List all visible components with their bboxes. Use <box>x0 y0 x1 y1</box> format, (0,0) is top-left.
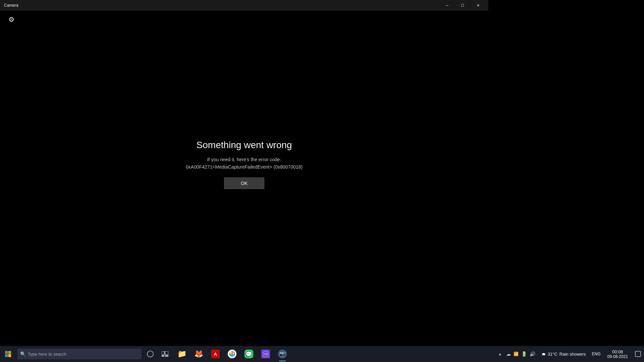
clock-date: 09-08-2021 <box>607 354 628 359</box>
volume-icon: 🔊 <box>530 351 535 357</box>
svg-rect-1 <box>8 351 11 354</box>
cortana-icon <box>147 351 154 357</box>
search-icon: 🔍 <box>20 351 26 357</box>
svg-rect-0 <box>5 351 8 354</box>
weather-widget[interactable]: 🌧 31°C Rain showers <box>538 346 589 362</box>
start-button[interactable] <box>0 346 16 362</box>
svg-rect-3 <box>8 354 11 357</box>
svg-rect-2 <box>5 354 8 357</box>
taskbar-app-visual-studio[interactable]: VS <box>258 346 274 362</box>
window-controls: ─ ☐ ✕ <box>439 0 486 11</box>
error-dialog: Something went wrong If you need it, her… <box>186 140 303 189</box>
taskbar-app-predator[interactable]: A <box>207 346 223 362</box>
svg-rect-8 <box>165 355 168 357</box>
minimize-button[interactable]: ─ <box>439 0 455 11</box>
task-view-button[interactable] <box>158 346 172 362</box>
error-code: 0xA00F4271<MediaCaptureFailedEvent> (0x8… <box>186 164 303 170</box>
search-placeholder: Type here to search <box>28 352 66 357</box>
taskbar-app-camera[interactable]: 📷 <box>274 346 290 362</box>
taskbar-app-file-explorer[interactable]: 📁 <box>174 346 190 362</box>
title-bar: Camera ─ ☐ ✕ <box>0 0 488 11</box>
svg-text:VS: VS <box>264 352 268 356</box>
maximize-button[interactable]: ☐ <box>455 0 470 11</box>
network-icon: 📶 <box>514 352 519 356</box>
whatsapp-icon: 💬 <box>245 350 253 358</box>
visual-studio-icon: VS <box>261 350 270 358</box>
tray-icons[interactable]: ☁ 📶 🔋 🔊 <box>503 351 538 357</box>
svg-rect-6 <box>165 351 168 355</box>
settings-button[interactable]: ⚙ <box>5 13 17 25</box>
windows-logo-icon <box>5 351 11 357</box>
close-button[interactable]: ✕ <box>470 0 486 11</box>
svg-rect-14 <box>635 351 641 357</box>
tray-overflow-button[interactable]: ▲ <box>497 346 503 362</box>
taskbar-apps: 📁 🦊 A 💬 <box>174 346 290 362</box>
window-title: Camera <box>4 3 18 8</box>
language-indicator[interactable]: ENG <box>589 352 603 356</box>
weather-desc: Rain showers <box>559 352 586 357</box>
camera-app-icon: 📷 <box>278 350 287 358</box>
cortana-button[interactable] <box>143 346 158 362</box>
svg-rect-5 <box>162 351 164 355</box>
task-view-icon <box>162 351 168 357</box>
taskbar-app-firefox[interactable]: 🦊 <box>191 346 207 362</box>
clock-time: 00:08 <box>612 349 623 354</box>
firefox-icon: 🦊 <box>194 350 203 358</box>
taskbar-app-whatsapp[interactable]: 💬 <box>241 346 257 362</box>
chrome-icon <box>228 350 236 358</box>
weather-temp: 31°C <box>548 352 557 357</box>
notification-icon <box>635 351 641 357</box>
system-tray: ▲ ☁ 📶 🔋 🔊 🌧 31°C Rain showers ENG 00:08 … <box>497 346 644 362</box>
error-body-line1: If you need it, here's the error code: <box>207 157 281 162</box>
taskbar-app-chrome[interactable] <box>224 346 240 362</box>
cloud-icon: ☁ <box>506 351 511 357</box>
ok-button[interactable]: OK <box>224 177 264 189</box>
error-body: If you need it, here's the error code: 0… <box>186 156 303 171</box>
svg-point-11 <box>231 353 233 355</box>
predator-icon: A <box>211 350 220 358</box>
svg-rect-7 <box>162 355 164 357</box>
error-heading: Something went wrong <box>197 140 292 150</box>
gear-icon: ⚙ <box>8 15 14 23</box>
notification-button[interactable] <box>632 346 644 362</box>
clock[interactable]: 00:08 09-08-2021 <box>603 346 632 362</box>
file-explorer-icon: 📁 <box>177 350 186 358</box>
battery-icon: 🔋 <box>521 351 527 357</box>
svg-point-4 <box>147 351 153 357</box>
camera-window: Camera ─ ☐ ✕ ⚙ Something went wrong If y… <box>0 0 488 328</box>
taskbar: 🔍 Type here to search 📁 🦊 A <box>0 346 644 362</box>
weather-icon: 🌧 <box>541 352 546 357</box>
search-bar[interactable]: 🔍 Type here to search <box>17 349 142 359</box>
